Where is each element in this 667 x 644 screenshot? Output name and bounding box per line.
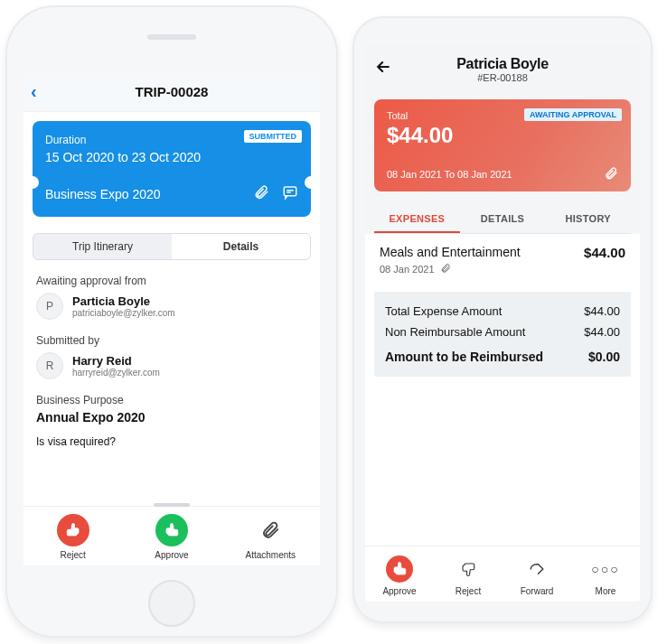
- expense-item-date: 08 Jan 2021: [380, 264, 435, 275]
- reimbursed-value: $0.00: [588, 350, 620, 364]
- trip-name: Business Expo 2020: [45, 187, 161, 201]
- tab-details[interactable]: Details: [172, 234, 310, 259]
- submitter-email: harryreid@zylker.com: [72, 368, 160, 378]
- expense-card[interactable]: AWAITING APPROVAL Total $44.00 08 Jan 20…: [374, 99, 631, 191]
- top-bar: ‹ TRIP-00028: [23, 72, 320, 112]
- phone-right-bezel: Patricia Boyle #ER-00188 AWAITING APPROV…: [352, 16, 653, 623]
- reject-button[interactable]: Reject: [33, 514, 114, 560]
- forward-label: Forward: [521, 586, 554, 596]
- thumbs-up-icon: [386, 555, 413, 583]
- non-reimbursable-value: $44.00: [584, 325, 620, 339]
- submitter-name: Harry Reid: [72, 354, 160, 368]
- awaiting-approval-heading: Awaiting approval from: [36, 275, 307, 287]
- approver-email: patriciaboyle@zylker.com: [72, 308, 175, 318]
- attachment-icon[interactable]: [604, 166, 618, 182]
- phone-right: Patricia Boyle #ER-00188 AWAITING APPROV…: [354, 18, 651, 621]
- date-range: 15 Oct 2020 to 23 Oct 2020: [45, 150, 298, 164]
- more-label: More: [596, 586, 616, 596]
- forward-button[interactable]: Forward: [505, 555, 568, 596]
- total-expense-label: Total Expense Amount: [385, 304, 502, 318]
- duration-label: Duration: [45, 134, 298, 146]
- segmented-control: Trip Itinerary Details: [33, 233, 311, 260]
- tab-history[interactable]: HISTORY: [545, 204, 631, 233]
- expense-item[interactable]: Meals and Entertainment 08 Jan 2021 $44.…: [365, 245, 640, 286]
- approver-name: Particia Boyle: [72, 294, 175, 308]
- reject-label: Reject: [456, 586, 481, 596]
- reject-label: Reject: [60, 550, 85, 560]
- reimbursed-label: Amount to be Reimbursed: [385, 350, 543, 364]
- action-tray: Reject Approve Attachments: [23, 506, 320, 565]
- business-purpose-value: Annual Expo 2020: [36, 410, 307, 425]
- thumbs-down-icon: [57, 514, 89, 546]
- tab-details[interactable]: DETAILS: [460, 204, 546, 233]
- top-bar: Patricia Boyle #ER-00188: [365, 45, 640, 94]
- comment-icon[interactable]: [282, 184, 298, 204]
- thumbs-down-icon: [460, 555, 476, 583]
- page-title: TRIP-00028: [136, 84, 209, 99]
- forward-icon: [529, 555, 545, 583]
- attachment-icon: [440, 263, 451, 275]
- approve-button[interactable]: Approve: [131, 514, 212, 560]
- expense-item-amount: $44.00: [584, 245, 625, 260]
- visa-required-heading: Is visa required?: [36, 435, 307, 448]
- person-name: Patricia Boyle: [456, 56, 549, 72]
- approve-label: Approve: [155, 550, 188, 560]
- summary-panel: Total Expense Amount $44.00 Non Reimburs…: [374, 292, 631, 377]
- phone-left: ‹ TRIP-00028 SUBMITTED Duration 15 Oct 2…: [7, 7, 336, 636]
- tab-expenses[interactable]: EXPENSES: [374, 204, 460, 233]
- more-button[interactable]: ○○○ More: [574, 555, 637, 596]
- business-purpose-heading: Business Purpose: [36, 394, 307, 406]
- svg-rect-0: [284, 187, 296, 196]
- action-tray: Approve Reject Forward: [365, 546, 640, 602]
- submitted-by-heading: Submitted by: [36, 334, 307, 347]
- phone-left-bezel: ‹ TRIP-00028 SUBMITTED Duration 15 Oct 2…: [5, 5, 338, 638]
- reject-button[interactable]: Reject: [437, 555, 500, 596]
- non-reimbursable-label: Non Reimbursable Amount: [385, 325, 525, 339]
- home-button[interactable]: [148, 580, 195, 627]
- approve-button[interactable]: Approve: [368, 555, 431, 596]
- total-amount: $44.00: [387, 123, 618, 148]
- tab-trip-itinerary[interactable]: Trip Itinerary: [33, 234, 172, 259]
- avatar: R: [36, 352, 63, 379]
- date-range: 08 Jan 2021 To 08 Jan 2021: [387, 169, 512, 180]
- phone-speaker: [147, 34, 196, 40]
- thumbs-up-icon: [155, 514, 188, 546]
- back-icon[interactable]: ‹: [31, 81, 37, 102]
- back-icon[interactable]: [374, 58, 392, 80]
- expense-reference: #ER-00188: [477, 72, 528, 83]
- more-icon: ○○○: [591, 555, 619, 583]
- attachments-button[interactable]: Attachments: [230, 514, 311, 560]
- approver-row[interactable]: P Particia Boyle patriciaboyle@zylker.co…: [36, 293, 307, 320]
- approve-label: Approve: [382, 586, 416, 596]
- total-expense-value: $44.00: [584, 304, 620, 318]
- submitter-row[interactable]: R Harry Reid harryreid@zylker.com: [36, 352, 307, 379]
- attachments-label: Attachments: [246, 550, 296, 560]
- total-label: Total: [387, 110, 618, 121]
- attachment-icon: [260, 514, 280, 546]
- tabs: EXPENSES DETAILS HISTORY: [374, 204, 631, 234]
- expense-item-title: Meals and Entertainment: [380, 245, 521, 259]
- attachment-icon[interactable]: [253, 184, 269, 204]
- drag-handle[interactable]: [154, 503, 190, 507]
- avatar: P: [36, 293, 63, 320]
- trip-card[interactable]: SUBMITTED Duration 15 Oct 2020 to 23 Oct…: [33, 121, 311, 217]
